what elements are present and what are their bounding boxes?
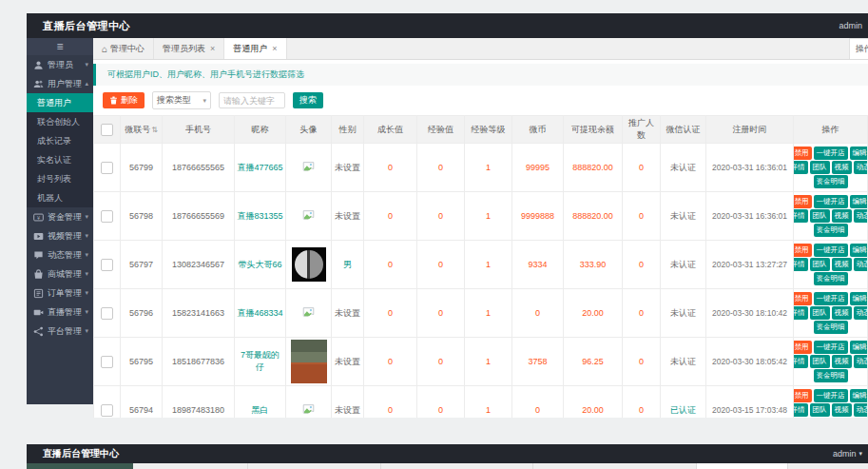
row-action-button[interactable]: 团队: [810, 306, 830, 320]
row-action-button[interactable]: 详情: [794, 355, 808, 368]
row-checkbox[interactable]: [101, 307, 113, 320]
row-action-button[interactable]: 禁用: [794, 147, 812, 160]
admin-user-menu[interactable]: admin ▾: [833, 449, 862, 459]
row-checkbox[interactable]: [101, 162, 113, 174]
tab-operations-button[interactable]: 操作: [849, 38, 868, 60]
sidebar-item-admin[interactable]: 管理员 ▾: [27, 55, 93, 74]
row-action-button[interactable]: 一键开店: [814, 389, 848, 402]
close-icon[interactable]: ×: [210, 44, 215, 53]
row-action-button[interactable]: 一键开店: [814, 341, 848, 354]
nickname-link[interactable]: 直播831355: [235, 192, 286, 241]
row-action-button[interactable]: 编辑: [850, 147, 868, 160]
row-action-button[interactable]: 编辑: [850, 341, 868, 354]
row-action-button[interactable]: 视频: [832, 306, 852, 320]
row-action-button[interactable]: 资金明细: [814, 272, 848, 285]
tab-dashboard[interactable]: ⌂ 管理中心: [93, 38, 154, 59]
tab-admin-list[interactable]: 管理员列表 ×: [154, 38, 224, 59]
sidebar-item-orders[interactable]: 订单管理 ▾: [27, 283, 93, 303]
row-action-button[interactable]: 编辑: [850, 195, 868, 208]
cell-wechat-status: 未认证: [661, 289, 706, 338]
delete-button[interactable]: 删除: [103, 92, 145, 108]
tab-normal-users[interactable]: [696, 463, 788, 469]
row-action-button[interactable]: 禁用: [794, 292, 812, 305]
sidebar-item-platform[interactable]: 平台管理 ▾: [27, 322, 93, 341]
row-action-button[interactable]: 动态: [854, 306, 868, 320]
nickname-link[interactable]: 7哥最靓的仔: [235, 338, 286, 386]
select-all-checkbox[interactable]: [101, 124, 113, 136]
sidebar-item-mall[interactable]: 商城管理 ▾: [27, 264, 93, 283]
row-action-button[interactable]: 视频: [832, 209, 852, 223]
row-action-button[interactable]: 禁用: [794, 195, 812, 208]
row-action-button[interactable]: 视频: [832, 161, 852, 174]
sidebar-item-normal-users[interactable]: 普通用户: [27, 93, 93, 112]
row-action-button[interactable]: 一键开店: [814, 292, 848, 305]
sidebar-collapse-button[interactable]: [27, 463, 133, 469]
row-select-cell: [94, 144, 121, 192]
chevron-down-icon: ▾: [858, 450, 862, 458]
row-action-button[interactable]: 一键开店: [814, 195, 848, 208]
sidebar-item-realname[interactable]: 实名认证: [27, 150, 93, 169]
row-action-button[interactable]: 团队: [810, 161, 830, 174]
row-action-button[interactable]: 详情: [794, 306, 808, 320]
sidebar-collapse-button[interactable]: ≡: [27, 38, 93, 55]
sidebar-item-ban-list[interactable]: 封号列表: [27, 169, 93, 188]
nickname-link[interactable]: 直播468334: [235, 289, 286, 338]
row-action-button[interactable]: 动态: [854, 161, 868, 174]
row-checkbox[interactable]: [101, 259, 113, 271]
admin-user-menu[interactable]: admin: [839, 21, 862, 30]
search-type-select[interactable]: 搜索类型 ▾: [152, 91, 211, 109]
row-action-button[interactable]: 团队: [810, 355, 830, 368]
nickname-link[interactable]: 黑白: [235, 386, 286, 419]
row-action-button[interactable]: 团队: [810, 258, 830, 271]
row-checkbox[interactable]: [101, 356, 113, 368]
sidebar-item-user-mgmt[interactable]: 用户管理 ▴: [27, 74, 93, 93]
close-icon[interactable]: ×: [272, 44, 277, 53]
sort-icon[interactable]: ⇅: [151, 126, 158, 134]
row-action-button[interactable]: 详情: [794, 161, 808, 174]
row-action-button[interactable]: 一键开店: [814, 147, 848, 160]
row-action-button[interactable]: 详情: [794, 209, 808, 223]
nickname-link[interactable]: 带头大哥66: [235, 241, 286, 289]
row-action-button[interactable]: 团队: [810, 209, 830, 223]
row-action-button[interactable]: 编辑: [850, 292, 868, 305]
row-action-button[interactable]: 编辑: [850, 244, 868, 257]
sidebar-item-cofounders[interactable]: 联合创始人: [27, 112, 93, 131]
row-action-button[interactable]: 编辑: [850, 389, 868, 402]
row-action-button[interactable]: 动态: [854, 209, 868, 223]
sidebar-item-robots[interactable]: 机器人: [27, 188, 93, 207]
row-action-button[interactable]: 资金明细: [814, 175, 848, 188]
row-action-button[interactable]: 禁用: [794, 389, 812, 402]
row-action-button[interactable]: 禁用: [794, 341, 812, 354]
row-action-button[interactable]: 动态: [854, 355, 868, 368]
sidebar-item-growth-log[interactable]: 成长记录: [27, 131, 93, 150]
sidebar-item-live[interactable]: 直播管理 ▾: [27, 303, 93, 322]
row-checkbox[interactable]: [101, 210, 113, 223]
sidebar-item-moments[interactable]: 动态管理 ▾: [27, 245, 93, 264]
keyword-input[interactable]: [219, 92, 285, 108]
video-icon: [32, 230, 44, 242]
row-action-button[interactable]: 资金明细: [814, 224, 848, 237]
tab-normal-users[interactable]: 普通用户 ×: [224, 38, 286, 59]
sidebar-item-videos[interactable]: 视频管理 ▾: [27, 226, 93, 245]
cell-promo-count: 0: [623, 192, 661, 241]
cell-growth: 0: [364, 144, 417, 192]
cell-balance: 96.25: [564, 338, 623, 386]
row-action-button[interactable]: 资金明细: [814, 369, 848, 382]
row-action-button[interactable]: 视频: [832, 258, 852, 271]
row-action-button[interactable]: 视频: [832, 403, 852, 417]
row-action-button[interactable]: 团队: [810, 403, 830, 417]
column-header[interactable]: 微联号⇅: [121, 116, 163, 144]
cell-phone: 18766655569: [163, 192, 235, 241]
row-action-button[interactable]: 详情: [794, 258, 808, 271]
nickname-link[interactable]: 直播477665: [235, 144, 286, 192]
search-button[interactable]: 搜索: [293, 92, 323, 108]
row-action-button[interactable]: 动态: [854, 403, 868, 417]
row-action-button[interactable]: 动态: [854, 258, 868, 271]
row-action-button[interactable]: 资金明细: [814, 321, 848, 334]
row-action-button[interactable]: 视频: [832, 355, 852, 368]
row-action-button[interactable]: 详情: [794, 403, 808, 417]
row-action-button[interactable]: 禁用: [794, 244, 812, 257]
row-action-button[interactable]: 一键开店: [814, 244, 848, 257]
row-checkbox[interactable]: [101, 404, 113, 417]
sidebar-item-funds[interactable]: ¥ 资金管理 ▾: [27, 207, 93, 226]
